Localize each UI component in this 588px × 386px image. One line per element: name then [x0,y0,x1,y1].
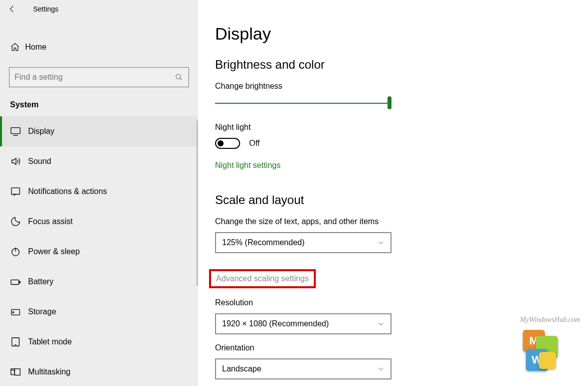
multitasking-icon [10,366,28,377]
chevron-down-icon [377,239,384,246]
sidebar-item-notifications[interactable]: Notifications & actions [0,176,198,207]
sidebar-item-label: Sound [28,157,51,166]
svg-rect-4 [11,280,19,284]
search-input[interactable] [15,73,174,82]
svg-rect-5 [19,281,20,283]
sidebar-item-label: Tablet mode [28,337,72,346]
advanced-scaling-link[interactable]: Advanced scaling settings [216,274,309,283]
tablet-mode-icon [10,336,28,347]
watermark-text: MyWindowsHub.com [520,316,580,324]
svg-point-7 [13,312,14,313]
display-icon [10,126,28,137]
power-icon [10,246,28,257]
night-light-toggle[interactable] [215,138,240,149]
search-box[interactable] [9,67,189,87]
sidebar-item-focus-assist[interactable]: Focus assist [0,207,198,237]
section-scale-layout: Scale and layout [215,193,563,207]
slider-track [215,103,391,104]
sidebar: Settings Home System [0,0,198,386]
sidebar-item-label: Battery [28,277,54,286]
sidebar-item-storage[interactable]: Storage [0,297,198,327]
titlebar: Settings [0,0,198,17]
sidebar-item-label: Display [28,127,54,136]
sound-icon [10,156,28,167]
scale-dropdown[interactable]: 125% (Recommended) [215,232,391,253]
sidebar-item-label: Power & sleep [28,247,80,256]
brightness-slider[interactable] [215,97,391,109]
resolution-dropdown[interactable]: 1920 × 1080 (Recommended) [215,313,391,334]
battery-icon [10,276,28,287]
sidebar-item-sound[interactable]: Sound [0,146,198,176]
svg-rect-10 [15,369,20,375]
home-label: Home [25,43,47,52]
sidebar-category: System [0,99,198,116]
window-title: Settings [33,5,59,13]
svg-rect-1 [11,128,20,134]
sidebar-item-multitasking[interactable]: Multitasking [0,357,198,386]
home-icon [10,42,25,52]
sidebar-item-home[interactable]: Home [0,37,198,57]
night-light-label: Night light [215,123,563,132]
toggle-knob [218,140,224,146]
orientation-label: Orientation [215,343,563,352]
scale-value: 125% (Recommended) [222,238,305,247]
sidebar-nav: Display Sound Notifications & actions [0,116,198,386]
watermark-logo-tile [539,352,556,369]
slider-thumb[interactable] [387,96,391,109]
chevron-down-icon [377,365,384,372]
page-title: Display [215,24,563,44]
section-brightness-color: Brightness and color [215,58,563,72]
back-button[interactable] [5,2,19,16]
sidebar-item-power-sleep[interactable]: Power & sleep [0,237,198,267]
sidebar-item-label: Multitasking [28,367,70,376]
sidebar-item-battery[interactable]: Battery [0,267,198,297]
orientation-value: Landscape [222,364,261,373]
svg-rect-9 [11,370,15,374]
sidebar-item-display[interactable]: Display [0,116,198,146]
search-icon [174,73,183,81]
night-light-settings-link[interactable]: Night light settings [215,161,281,170]
focus-assist-icon [10,216,28,227]
resolution-label: Resolution [215,298,563,307]
sidebar-item-label: Storage [28,307,56,316]
orientation-dropdown[interactable]: Landscape [215,358,391,379]
resolution-value: 1920 × 1080 (Recommended) [222,319,329,328]
advanced-scaling-highlight: Advanced scaling settings [209,269,316,288]
notifications-icon [10,186,28,197]
brightness-label: Change brightness [215,82,563,91]
svg-point-0 [176,74,180,79]
chevron-down-icon [377,320,384,327]
sidebar-item-label: Notifications & actions [28,187,107,196]
arrow-left-icon [8,5,17,14]
sidebar-item-tablet-mode[interactable]: Tablet mode [0,327,198,357]
night-light-state: Off [249,139,260,148]
svg-rect-2 [12,188,20,195]
sidebar-item-label: Focus assist [28,217,73,226]
storage-icon [10,306,28,317]
main-content: Display Brightness and color Change brig… [198,0,588,386]
scale-label: Change the size of text, apps, and other… [215,217,563,226]
